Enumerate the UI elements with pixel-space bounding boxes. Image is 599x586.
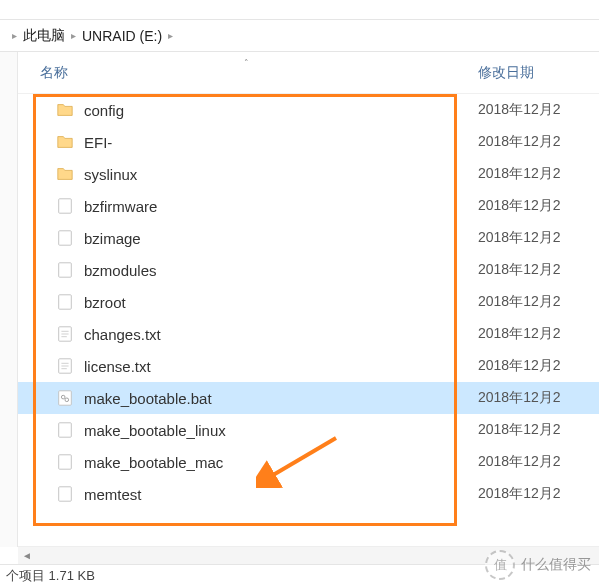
file-date: 2018年12月2 <box>470 197 599 215</box>
txt-icon <box>56 325 74 343</box>
file-date: 2018年12月2 <box>470 421 599 439</box>
file-name: make_bootable.bat <box>84 390 212 407</box>
file-icon <box>56 485 74 503</box>
file-date: 2018年12月2 <box>470 229 599 247</box>
file-date: 2018年12月2 <box>470 453 599 471</box>
file-date: 2018年12月2 <box>470 165 599 183</box>
file-date: 2018年12月2 <box>470 485 599 503</box>
address-bar[interactable]: ▸ 此电脑 ▸ UNRAID (E:) ▸ <box>0 20 599 52</box>
file-date: 2018年12月2 <box>470 133 599 151</box>
file-icon <box>56 421 74 439</box>
breadcrumb-this-pc[interactable]: 此电脑 <box>23 27 65 45</box>
file-row[interactable]: license.txt2018年12月2 <box>18 350 599 382</box>
file-date: 2018年12月2 <box>470 357 599 375</box>
file-name: memtest <box>84 486 142 503</box>
ribbon-bar <box>0 0 599 20</box>
file-name: EFI- <box>84 134 112 151</box>
column-header-date[interactable]: 修改日期 <box>470 64 599 82</box>
file-name: bzimage <box>84 230 141 247</box>
chevron-icon: ▸ <box>12 30 17 41</box>
file-row[interactable]: bzimage2018年12月2 <box>18 222 599 254</box>
svg-rect-3 <box>59 231 72 245</box>
file-date: 2018年12月2 <box>470 101 599 119</box>
folder-icon <box>56 165 74 183</box>
svg-rect-4 <box>59 263 72 277</box>
file-list-pane: ˄ 名称 修改日期 config2018年12月2EFI-2018年12月2sy… <box>18 52 599 547</box>
file-row[interactable]: changes.txt2018年12月2 <box>18 318 599 350</box>
file-date: 2018年12月2 <box>470 389 599 407</box>
bat-icon <box>56 389 74 407</box>
watermark: 值 什么值得买 <box>485 550 591 580</box>
file-icon <box>56 453 74 471</box>
watermark-text: 什么值得买 <box>521 556 591 574</box>
svg-rect-5 <box>59 295 72 309</box>
folder-icon <box>56 101 74 119</box>
file-icon <box>56 293 74 311</box>
svg-rect-2 <box>59 199 72 213</box>
breadcrumb-drive[interactable]: UNRAID (E:) <box>82 28 162 44</box>
file-row[interactable]: make_bootable.bat2018年12月2 <box>18 382 599 414</box>
sort-ascending-icon: ˄ <box>244 58 249 68</box>
folder-icon <box>56 133 74 151</box>
watermark-badge-icon: 值 <box>485 550 515 580</box>
file-icon <box>56 261 74 279</box>
file-name: bzfirmware <box>84 198 157 215</box>
column-header-row: ˄ 名称 修改日期 <box>18 52 599 94</box>
svg-rect-18 <box>59 455 72 469</box>
column-header-name[interactable]: ˄ 名称 <box>18 64 470 82</box>
file-name: bzroot <box>84 294 126 311</box>
file-row[interactable]: memtest2018年12月2 <box>18 478 599 510</box>
file-row[interactable]: syslinux2018年12月2 <box>18 158 599 190</box>
file-name: license.txt <box>84 358 151 375</box>
chevron-icon: ▸ <box>168 30 173 41</box>
file-row[interactable]: bzfirmware2018年12月2 <box>18 190 599 222</box>
file-name: make_bootable_mac <box>84 454 223 471</box>
column-header-date-label: 修改日期 <box>478 64 534 80</box>
svg-rect-19 <box>59 487 72 501</box>
file-name: bzmodules <box>84 262 157 279</box>
file-row[interactable]: make_bootable_linux2018年12月2 <box>18 414 599 446</box>
file-date: 2018年12月2 <box>470 293 599 311</box>
file-name: config <box>84 102 124 119</box>
chevron-icon: ▸ <box>71 30 76 41</box>
file-row[interactable]: bzroot2018年12月2 <box>18 286 599 318</box>
file-date: 2018年12月2 <box>470 261 599 279</box>
svg-rect-17 <box>59 423 72 437</box>
file-icon <box>56 229 74 247</box>
file-name: changes.txt <box>84 326 161 343</box>
file-row[interactable]: make_bootable_mac2018年12月2 <box>18 446 599 478</box>
file-list: config2018年12月2EFI-2018年12月2syslinux2018… <box>18 94 599 510</box>
file-name: syslinux <box>84 166 137 183</box>
file-row[interactable]: config2018年12月2 <box>18 94 599 126</box>
status-text: 个项目 1.71 KB <box>6 567 95 585</box>
file-name: make_bootable_linux <box>84 422 226 439</box>
txt-icon <box>56 357 74 375</box>
file-row[interactable]: bzmodules2018年12月2 <box>18 254 599 286</box>
file-date: 2018年12月2 <box>470 325 599 343</box>
scroll-left-icon[interactable]: ◄ <box>18 550 36 561</box>
column-header-name-label: 名称 <box>40 64 68 80</box>
navigation-pane[interactable] <box>0 52 18 547</box>
file-row[interactable]: EFI-2018年12月2 <box>18 126 599 158</box>
file-icon <box>56 197 74 215</box>
